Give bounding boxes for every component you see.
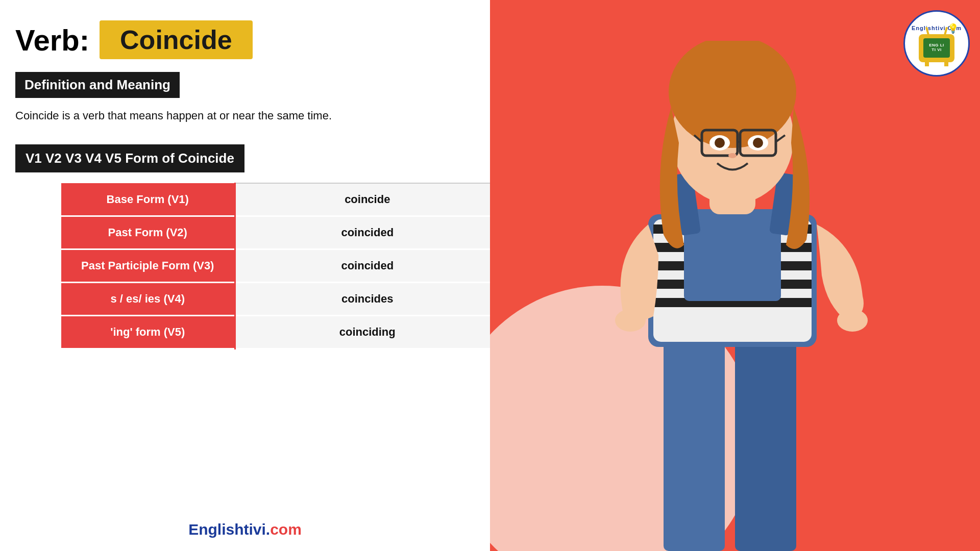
verb-word: Coincide [120,25,232,55]
footer: Englishtivi.com [188,521,302,538]
table-row: s / es/ ies (V4) coincides [61,283,500,316]
verb-forms-table: Base Form (V1) coincide Past Form (V2) c… [61,183,500,349]
table-cell-label: Past Participle Form (V3) [61,249,235,283]
table-cell-value: coincide [235,183,500,216]
svg-point-25 [753,138,763,148]
table-row: 'ing' form (V5) coinciding [61,316,500,349]
verb-word-box: Coincide [100,20,253,59]
definition-heading-box: Definition and Meaning [15,69,475,107]
svg-point-13 [837,309,868,332]
svg-point-26 [728,153,737,158]
svg-point-16 [669,41,796,148]
vforms-heading: V1 V2 V3 V4 V5 Form of Coincide [15,144,244,172]
svg-point-24 [715,138,725,148]
table-cell-label: 'ing' form (V5) [61,316,235,349]
table-cell-label: Past Form (V2) [61,216,235,249]
definition-text: Coincide is a verb that means happen at … [15,107,475,124]
svg-rect-0 [664,337,725,551]
footer-brand-blue: Englishtivi [188,521,266,538]
table-cell-label: Base Form (V1) [61,183,235,216]
table-row: Past Participle Form (V3) coincided [61,249,500,283]
table-cell-label: s / es/ ies (V4) [61,283,235,316]
svg-rect-1 [735,337,796,551]
table-cell-value: coinciding [235,316,500,349]
right-panel: Englishtivi.Com ENG LITI VI 💡 [490,0,980,551]
footer-brand-red: com [270,521,302,538]
table-row: Base Form (V1) coincide [61,183,500,216]
definition-heading: Definition and Meaning [15,72,180,98]
verb-label: Verb: [15,23,89,57]
title-row: Verb: Coincide [15,20,475,59]
svg-point-12 [615,309,646,332]
logo-tv: ENG LITI VI [919,34,954,62]
logo-circle: Englishtivi.Com ENG LITI VI 💡 [903,10,970,77]
person-illustration [541,41,924,551]
table-cell-value: coincided [235,216,500,249]
table-cell-value: coincides [235,283,500,316]
content-area: Verb: Coincide Definition and Meaning Co… [0,0,490,551]
table-row: Past Form (V2) coincided [61,216,500,249]
table-cell-value: coincided [235,249,500,283]
logo-tv-screen: ENG LITI VI [923,38,950,58]
footer-dot: . [266,521,270,538]
logo-tv-text: ENG LITI VI [929,43,944,53]
vforms-heading-box: V1 V2 V3 V4 V5 Form of Coincide [15,144,475,183]
logo-bulb: 💡 [947,23,959,34]
